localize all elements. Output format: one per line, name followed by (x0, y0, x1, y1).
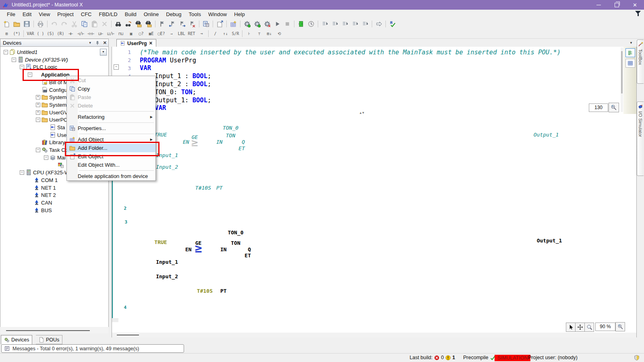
run-to-cursor-button[interactable] (350, 19, 360, 28)
menu-item-properties[interactable]: Properties... (67, 124, 155, 132)
code-fold-marker[interactable]: − (114, 64, 119, 70)
editor-splitter[interactable]: ▲▼ (360, 111, 365, 114)
pin-q[interactable]: Q (239, 246, 251, 252)
menu-fbdld[interactable]: FBD/LD (95, 10, 121, 19)
clear-bookmarks-button[interactable] (187, 19, 197, 28)
network-number[interactable]: 4 (120, 305, 126, 310)
insert-coil-button[interactable]: ( ) (35, 29, 46, 38)
menu-item-paste[interactable]: Paste (67, 93, 155, 101)
tree-item-can[interactable]: CAN (0, 199, 108, 206)
insert-empty-box-with-en-button[interactable]: ▢E? (156, 29, 166, 38)
insert-assignment-button[interactable]: VAR (25, 29, 35, 38)
tab-toolbox[interactable]: ToolBox (637, 39, 644, 84)
menu-item-copy[interactable]: Copy (67, 85, 155, 93)
build-button[interactable] (387, 19, 398, 28)
new-project-button[interactable] (2, 19, 12, 28)
menu-tools[interactable]: Tools (185, 10, 205, 19)
operand-input1[interactable]: Input_1 (150, 259, 178, 265)
minimize-button[interactable] (590, 0, 608, 10)
tree-item-untitled1[interactable]: −Untitled1▼ (0, 48, 108, 56)
tree-expand-toggle[interactable]: − (36, 118, 40, 122)
menu-build[interactable]: Build (121, 10, 140, 19)
save-project-button[interactable] (22, 19, 32, 28)
menu-project[interactable]: Project (54, 10, 77, 19)
replace-button[interactable] (123, 19, 133, 28)
pan-tool-button[interactable] (575, 323, 585, 332)
menu-item-delete-application-from-device[interactable]: Delete application from device (67, 172, 155, 180)
login-button[interactable] (242, 19, 252, 28)
delete-button[interactable] (99, 19, 110, 28)
operand-output1[interactable]: Output_1 (532, 238, 567, 244)
menu-window[interactable]: Window (205, 10, 230, 19)
login-online-button[interactable] (252, 19, 262, 28)
code-text[interactable]: PROGRAM UserPrg (140, 57, 196, 64)
insert-box-with-en-button[interactable]: ▣E (146, 29, 156, 38)
pin-pt[interactable]: PT (216, 185, 226, 191)
tree-expand-toggle[interactable]: − (36, 148, 40, 152)
insert-label-button[interactable]: LBL (176, 29, 186, 38)
menu-view[interactable]: View (35, 10, 54, 19)
properties-button[interactable] (201, 19, 211, 28)
update-parameters-button[interactable]: ⟲ (274, 29, 284, 38)
insert-branch-button[interactable]: ⊦ (244, 29, 254, 38)
redo-button[interactable] (59, 19, 69, 28)
runtime-clock-button[interactable] (306, 19, 316, 28)
tab-list-dropdown-icon[interactable]: ▼ (630, 41, 633, 45)
pin-en[interactable]: EN (185, 246, 195, 252)
stop-button[interactable] (282, 19, 292, 28)
ton-instance-name[interactable]: TON_0 (219, 230, 252, 236)
menu-edit[interactable]: Edit (19, 10, 35, 19)
pin-et[interactable]: ET (236, 252, 251, 259)
pin-icon[interactable] (95, 41, 100, 46)
tab-devices[interactable]: Devices (1, 335, 32, 344)
insert-network-button[interactable]: ⊞ (2, 29, 12, 38)
code-text[interactable]: (*The main code inserted by the user and… (140, 49, 561, 56)
declaration-editor[interactable]: 1(*The main code inserted by the user an… (112, 47, 620, 116)
operand-true[interactable]: TRUE (149, 239, 172, 245)
start-simulation-button[interactable] (296, 19, 306, 28)
operand-pt-value[interactable]: T#10S (183, 185, 211, 191)
next-bookmark-button[interactable] (177, 19, 187, 28)
insert-comment-button[interactable]: (*) (12, 29, 22, 38)
insert-network-below-button[interactable]: ⊞↓ (264, 29, 274, 38)
ladder-zoom-button[interactable] (615, 322, 625, 331)
pin-in[interactable]: IN (220, 246, 230, 252)
insert-contact-button[interactable]: ⊣⊢ (66, 29, 76, 38)
menu-item-edit-object-with[interactable]: Edit Object With... (67, 161, 155, 169)
operand-output1[interactable]: Output_1 (531, 132, 561, 138)
tree-expand-toggle[interactable]: + (36, 95, 40, 99)
ladder-editor[interactable]: 234TRUEGE≥ENInput_1Input_2TON_0TONINQETP… (112, 114, 636, 322)
operand-pt-value[interactable]: T#10S (184, 288, 213, 294)
block-title-ton[interactable]: TON (215, 132, 246, 139)
messages-bar[interactable]: Messages - Total 0 error(s), 1 warning(s… (1, 344, 184, 353)
paste-button[interactable] (89, 19, 99, 28)
tree-item-net-1[interactable]: NET 1 (0, 184, 108, 191)
menu-file[interactable]: File (3, 10, 19, 19)
step-out-button[interactable] (340, 19, 350, 28)
tree-item-bus[interactable]: BUS (0, 207, 108, 214)
textual-view-button[interactable] (625, 48, 635, 57)
tree-expand-toggle[interactable]: + (36, 103, 40, 107)
menu-help[interactable]: Help (230, 10, 248, 19)
previous-bookmark-button[interactable] (167, 19, 177, 28)
menu-item-cut[interactable]: Cut (67, 76, 155, 85)
panel-dropdown-icon[interactable]: ▼ (89, 41, 92, 45)
menu-item-delete[interactable]: Delete (67, 101, 155, 110)
magnify-tool-button[interactable] (584, 323, 594, 332)
network-number[interactable]: 3 (121, 219, 127, 225)
edge-detection-button[interactable]: ↑↓ (220, 29, 230, 38)
pin-in[interactable]: IN (216, 139, 226, 145)
insert-jump-button[interactable]: → (166, 29, 176, 38)
tabular-view-button[interactable] (625, 59, 635, 68)
copy-button[interactable] (79, 19, 89, 28)
step-into-button[interactable] (330, 19, 340, 28)
tab-close-icon[interactable]: ✕ (149, 41, 153, 46)
menu-item-refactoring[interactable]: Refactoring▶ (67, 113, 155, 121)
network-number[interactable]: 2 (120, 206, 126, 211)
undo-button[interactable] (49, 19, 59, 28)
declaration-zoom-value[interactable]: 130 (589, 103, 608, 112)
insert-parallel-contact-button[interactable]: ⊔⊢ (96, 29, 106, 38)
insert-return-button[interactable]: RET (186, 29, 197, 38)
ladder-zoom-value[interactable]: 90 % (595, 323, 615, 331)
tree-item-device-xf325-w-[interactable]: −Device (XF325-W) (0, 56, 108, 63)
